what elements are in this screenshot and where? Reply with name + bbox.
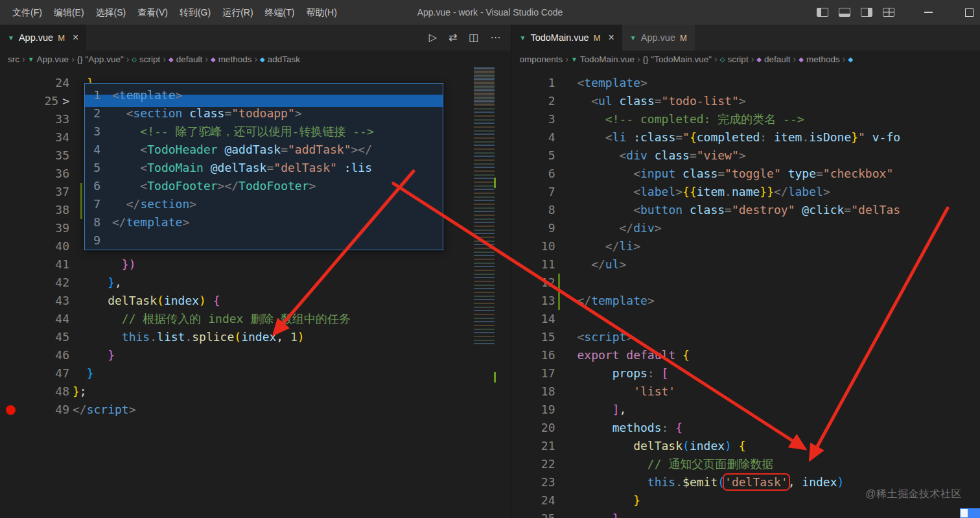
- line-number[interactable]: 13: [511, 292, 555, 310]
- line-number[interactable]: 12: [511, 274, 555, 292]
- code-line[interactable]: 42 },: [0, 274, 511, 292]
- code-line[interactable]: 46 }: [0, 346, 511, 364]
- line-number[interactable]: 10: [511, 237, 555, 255]
- line-number[interactable]: 7: [511, 183, 555, 201]
- minimap-slider[interactable]: [474, 67, 495, 105]
- line-number[interactable]: 36: [0, 165, 69, 183]
- breadcrumb-item[interactable]: ◆methods: [211, 54, 251, 64]
- line-number[interactable]: 15: [511, 328, 555, 346]
- line-number[interactable]: 8: [511, 201, 555, 219]
- minimize-button[interactable]: [924, 12, 933, 13]
- code-line[interactable]: 4 <li :class="{completed: item.isDone}" …: [511, 128, 980, 147]
- code-line[interactable]: 11 </ul>: [511, 255, 980, 274]
- line-number[interactable]: 22: [511, 455, 555, 473]
- line-number[interactable]: 1: [511, 74, 555, 92]
- line-number[interactable]: 41: [0, 255, 69, 274]
- line-number[interactable]: 33: [0, 110, 69, 128]
- line-number[interactable]: 34: [0, 128, 69, 147]
- code-line[interactable]: 9 </div>: [511, 219, 980, 237]
- minimap[interactable]: [474, 67, 495, 346]
- line-number[interactable]: 19: [511, 401, 555, 419]
- code-line[interactable]: 7 </section>: [85, 195, 443, 213]
- maximize-button[interactable]: [965, 8, 974, 17]
- code-line[interactable]: 48};: [0, 383, 511, 401]
- line-number[interactable]: 24: [511, 491, 555, 510]
- breadcrumb-item[interactable]: ◆methods: [799, 54, 839, 64]
- code-line[interactable]: 4 <TodoHeader @addTask="addTask"></: [85, 141, 443, 159]
- menu-item[interactable]: 选择(S): [90, 0, 132, 25]
- code-line[interactable]: 12: [511, 274, 980, 292]
- line-number[interactable]: 24: [0, 74, 69, 92]
- line-number[interactable]: 39: [0, 219, 69, 237]
- code-line[interactable]: 19 ],: [511, 401, 980, 419]
- breadcrumb-item[interactable]: ▼App.vue: [28, 54, 69, 64]
- split-editor-icon[interactable]: ◫: [469, 32, 478, 43]
- line-number[interactable]: 4: [511, 128, 555, 147]
- code-line[interactable]: 10 </li>: [511, 237, 980, 255]
- editor-tab[interactable]: ▼App.vueM×: [0, 25, 86, 51]
- line-number[interactable]: 25>: [0, 92, 69, 110]
- code-line[interactable]: 43 delTask(index) {: [0, 292, 511, 310]
- code-line[interactable]: 49</script>: [0, 401, 511, 419]
- line-number[interactable]: 3: [85, 123, 100, 141]
- breadcrumb-item[interactable]: omponents: [519, 54, 563, 64]
- breadcrumb-item[interactable]: ◆: [848, 56, 856, 63]
- code-line[interactable]: 16export default {: [511, 346, 980, 364]
- editor-tab[interactable]: ▼TodoMain.vueM×: [511, 25, 622, 51]
- breadcrumb-item[interactable]: ◇script: [132, 54, 160, 64]
- code-line[interactable]: 22 // 通知父页面删除数据: [511, 455, 980, 473]
- menu-item[interactable]: 帮助(H): [300, 0, 342, 25]
- line-number[interactable]: 18: [511, 383, 555, 401]
- code-line[interactable]: 8 <button class="destroy" @click="delTas: [511, 201, 980, 219]
- line-number[interactable]: 40: [0, 237, 69, 255]
- code-line[interactable]: 25 }: [511, 510, 980, 518]
- code-line[interactable]: 21 delTask(index) {: [511, 437, 980, 455]
- line-number[interactable]: 43: [0, 292, 69, 310]
- line-number[interactable]: 35: [0, 147, 69, 165]
- code-line[interactable]: 6 <input class="toggle" type="checkbox": [511, 165, 980, 183]
- line-number[interactable]: 8: [85, 213, 100, 231]
- line-number[interactable]: 17: [511, 364, 555, 383]
- run-icon[interactable]: ▷: [429, 32, 437, 43]
- line-number[interactable]: 23: [511, 473, 555, 491]
- code-line[interactable]: 47 }: [0, 364, 511, 383]
- menu-item[interactable]: 转到(G): [174, 0, 216, 25]
- code-line[interactable]: 7 <label>{{item.name}}</label>: [511, 183, 980, 201]
- line-number[interactable]: 9: [85, 231, 100, 250]
- code-line[interactable]: 2 <ul class="todo-list">: [511, 92, 980, 110]
- menu-item[interactable]: 运行(R): [216, 0, 259, 25]
- breadcrumb-item[interactable]: ◇script: [720, 54, 749, 64]
- toggle-secondary-sidebar-icon[interactable]: [861, 8, 872, 17]
- code-line[interactable]: 41 }): [0, 255, 511, 274]
- line-number[interactable]: 44: [0, 310, 69, 328]
- line-number[interactable]: 14: [511, 310, 555, 328]
- breakpoint-dot[interactable]: [6, 405, 16, 415]
- line-number[interactable]: 42: [0, 274, 69, 292]
- breadcrumb-item[interactable]: src: [8, 54, 19, 64]
- right-editor[interactable]: 1<template>2 <ul class="todo-list">3 <!-…: [511, 67, 980, 518]
- line-number[interactable]: 20: [511, 419, 555, 437]
- line-number[interactable]: 6: [511, 165, 555, 183]
- code-line[interactable]: 1<template>: [85, 86, 443, 104]
- code-line[interactable]: 44 // 根据传入的 index 删除 数组中的任务: [0, 310, 511, 328]
- breadcrumb-item[interactable]: ▼TodoMain.vue: [571, 54, 635, 64]
- code-line[interactable]: 5 <div class="view">: [511, 147, 980, 165]
- editor-tab[interactable]: ▼App.vueM: [622, 25, 695, 51]
- menu-item[interactable]: 文件(F): [6, 0, 48, 25]
- line-number[interactable]: 25: [511, 510, 555, 518]
- breadcrumb-item[interactable]: {} "TodoMain.vue": [643, 54, 712, 64]
- left-editor[interactable]: 24 }25>3334353637383940 isDone: false41 …: [0, 67, 511, 518]
- breadcrumb-item[interactable]: ◆default: [169, 54, 202, 64]
- line-number[interactable]: 48: [0, 383, 69, 401]
- code-line[interactable]: 3 <!-- 除了驼峰，还可以使用-转换链接 -->: [85, 123, 443, 141]
- breadcrumb-item[interactable]: {} "App.vue": [77, 54, 124, 64]
- line-number[interactable]: 38: [0, 201, 69, 219]
- line-number[interactable]: 11: [511, 255, 555, 274]
- toggle-panel-icon[interactable]: [839, 8, 850, 17]
- customize-layout-icon[interactable]: [883, 8, 894, 17]
- code-line[interactable]: 13</template>: [511, 292, 980, 310]
- code-line[interactable]: 15<script>: [511, 328, 980, 346]
- menu-item[interactable]: 终端(T): [259, 0, 301, 25]
- line-number[interactable]: 21: [511, 437, 555, 455]
- line-number[interactable]: 47: [0, 364, 69, 383]
